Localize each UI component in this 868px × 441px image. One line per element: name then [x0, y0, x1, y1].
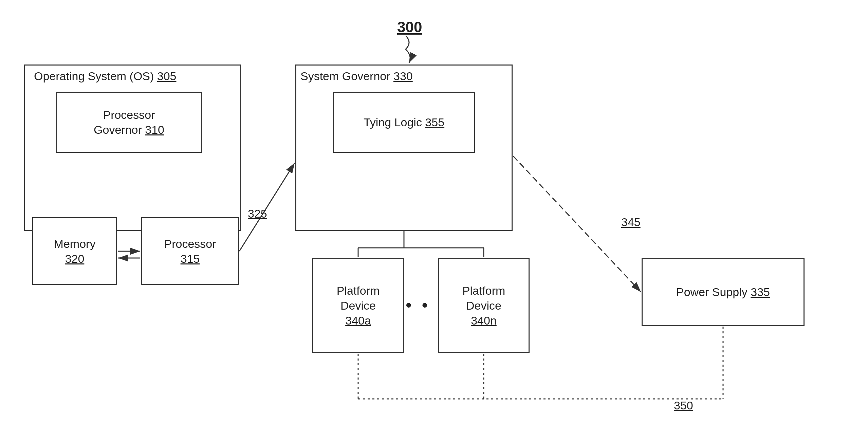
platform-n-box: PlatformDevice340n — [438, 258, 530, 353]
memory-label: Memory 320 — [54, 236, 96, 266]
tying-logic-label: Tying Logic 355 — [364, 115, 444, 130]
power-supply-box: Power Supply 335 — [642, 258, 805, 326]
tying-logic-box: Tying Logic 355 — [333, 92, 475, 153]
power-supply-label: Power Supply 335 — [676, 284, 770, 299]
processor-box: Processor 315 — [141, 217, 239, 285]
processor-governor-box: ProcessorGovernor 310 — [56, 92, 202, 153]
arrow-350-label: 350 — [674, 399, 693, 412]
os-label: Operating System (OS) 305 — [34, 70, 177, 83]
platform-a-label: PlatformDevice340a — [337, 283, 380, 328]
processor-label: Processor 315 — [164, 236, 216, 266]
platform-a-box: PlatformDevice340a — [312, 258, 404, 353]
diagram-container: 300 — [0, 0, 868, 441]
memory-box: Memory 320 — [32, 217, 117, 285]
figure-number-text: 300 — [397, 19, 422, 35]
figure-number: 300 — [397, 19, 422, 36]
arrow-345-label: 345 — [621, 216, 641, 229]
fig-zigzag — [406, 36, 410, 63]
platform-n-label: PlatformDevice340n — [462, 283, 505, 328]
sys-governor-label: System Governor 330 — [300, 70, 413, 83]
arrow-325-label: 325 — [248, 207, 267, 220]
processor-governor-label: ProcessorGovernor 310 — [94, 107, 164, 137]
